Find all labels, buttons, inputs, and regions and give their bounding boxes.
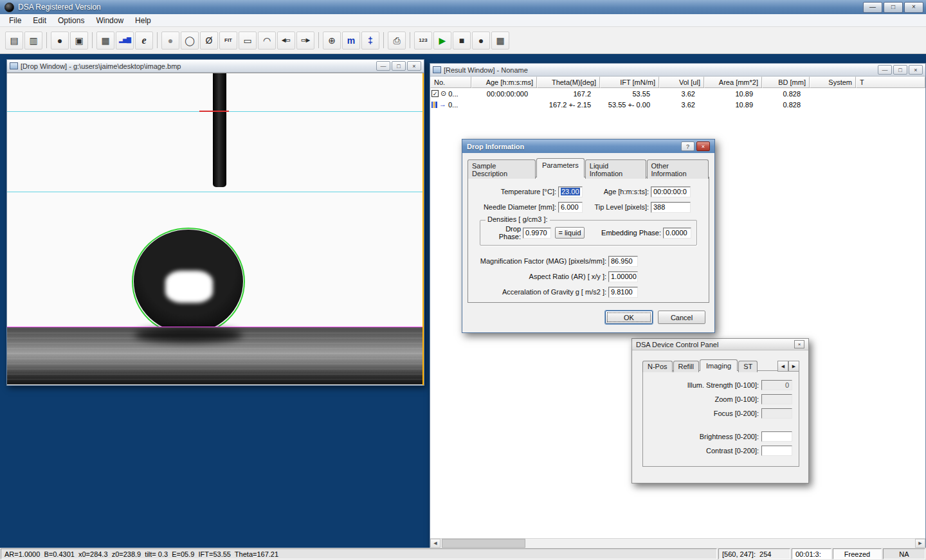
column-header-age[interactable]: Age [h:m:s:ms] [471, 77, 537, 88]
dialog-buttons: OK Cancel [462, 311, 705, 324]
column-header-area[interactable]: Area [mm*2] [704, 77, 762, 88]
film-next-icon: ▭▶ [301, 38, 310, 43]
magnification-factor-input[interactable]: 86.950 [608, 256, 638, 267]
age-input[interactable]: 00:00:00:0 [651, 186, 691, 197]
result-window-maximize-button[interactable]: □ [893, 65, 907, 75]
column-header-vol[interactable]: Vol [ul] [659, 77, 704, 88]
result-table-button[interactable]: ▦ [96, 32, 114, 50]
scrollbar-thumb[interactable] [442, 539, 525, 548]
menu-file[interactable]: File [3, 15, 27, 26]
scroll-right-button[interactable]: ▶ [915, 539, 925, 548]
syringe-button[interactable]: ‡ [361, 32, 379, 50]
tab-parameters[interactable]: Parameters [536, 158, 585, 177]
result-window-controls: — □ × [876, 65, 923, 75]
chart-button[interactable]: ▂▅▇ [116, 32, 134, 50]
grid-button[interactable]: ▦ [491, 32, 509, 50]
theta-cell: 167.2 +- 2.15 [537, 99, 600, 110]
minimize-icon: — [882, 67, 888, 73]
zoom-input[interactable] [761, 394, 792, 404]
dialog-help-button[interactable]: ? [681, 141, 694, 151]
contrast-input[interactable] [761, 446, 792, 456]
column-header-system[interactable]: System [810, 77, 856, 88]
drop-axis-button[interactable]: Ø [200, 32, 218, 50]
row-checkbox[interactable]: ✓ [431, 90, 439, 97]
minimize-button[interactable]: — [863, 2, 882, 13]
film-counter-button[interactable]: 123 [414, 32, 432, 50]
drop-shape-button[interactable]: ● [161, 32, 179, 50]
focus-input[interactable] [761, 408, 792, 419]
needle-diameter-input[interactable]: 6.000 [558, 202, 583, 213]
open-image-button[interactable]: ▤ [5, 32, 23, 50]
result-window-titlebar[interactable]: [Result Window] - Noname — □ × [430, 64, 925, 77]
embedding-phase-input[interactable]: 0.0000 [663, 228, 691, 239]
illum-strength-input[interactable]: 0 [761, 380, 792, 390]
drop-window-minimize-button[interactable]: — [376, 61, 390, 71]
column-header-ift[interactable]: IFT [mN/m] [600, 77, 659, 88]
tab-sample-description[interactable]: Sample Description [468, 159, 536, 179]
film-prev-button[interactable]: ◀▭ [277, 32, 295, 50]
contour-arc-button[interactable]: ◠ [258, 32, 276, 50]
tab-imaging[interactable]: Imaging [700, 359, 738, 371]
system-cell [810, 88, 856, 99]
copy-image-button[interactable]: ▥ [24, 32, 42, 50]
magnification-button[interactable]: m [342, 32, 360, 50]
scroll-left-button[interactable]: ◀ [430, 539, 440, 548]
close-button[interactable]: × [904, 2, 923, 13]
fit-button[interactable]: FIT [219, 32, 237, 50]
menu-options[interactable]: Options [52, 15, 90, 26]
menu-edit[interactable]: Edit [27, 15, 52, 26]
temperature-input[interactable]: 23.00 [558, 186, 583, 197]
fit-frame-button[interactable]: ▭ [239, 32, 257, 50]
stop-button[interactable]: ■ [453, 32, 471, 50]
ellipse-fit-button[interactable]: ◯ [181, 32, 199, 50]
column-header-bd[interactable]: BD [mm] [762, 77, 810, 88]
tab-scroll-right-button[interactable]: ▶ [788, 361, 799, 372]
tab-refill[interactable]: Refill [673, 361, 699, 372]
record-button[interactable]: ● [472, 32, 490, 50]
frame-grabber-button[interactable]: ▣ [70, 32, 88, 50]
drop-window-titlebar[interactable]: [Drop Window] - g:\users\jaime\desktop\i… [7, 60, 424, 73]
drop-window-title: [Drop Window] - g:\users\jaime\desktop\i… [21, 62, 181, 70]
device-panel-close-button[interactable]: × [794, 340, 804, 348]
menu-window[interactable]: Window [90, 15, 129, 26]
tab-other-information[interactable]: Other Information [647, 159, 709, 179]
drop-window-close-button[interactable]: × [407, 61, 421, 71]
cancel-button[interactable]: Cancel [658, 311, 705, 324]
dialog-close-button[interactable]: × [696, 141, 710, 151]
tab-liquid-information[interactable]: Liquid Infomation [585, 159, 646, 179]
tab-st[interactable]: ST [738, 361, 758, 372]
globe-button[interactable]: ⊕ [323, 32, 341, 50]
horizontal-scrollbar[interactable]: ◀ ▶ [430, 538, 925, 548]
menu-help[interactable]: Help [129, 15, 157, 26]
result-row[interactable]: ✓ ⊙ 0... 00:00:00:000 167.2 53.55 3.62 1… [430, 88, 925, 99]
equals-liquid-button[interactable]: = liquid [555, 227, 585, 239]
print-button[interactable]: ⎙ [388, 32, 406, 50]
drop-info-tabs: Sample Description Parameters Liquid Inf… [468, 158, 709, 177]
dsa-drop-button[interactable]: ● [51, 32, 69, 50]
result-window-close-button[interactable]: × [909, 65, 923, 75]
ok-button[interactable]: OK [605, 311, 653, 324]
device-panel-titlebar[interactable]: DSA Device Control Panel × [632, 339, 808, 350]
tab-scroll-left-button[interactable]: ◀ [777, 361, 788, 372]
result-row[interactable]: → 0... 167.2 +- 2.15 53.55 +- 0.00 3.62 … [430, 99, 925, 110]
play-button[interactable]: ▶ [433, 32, 451, 50]
drop-window-maximize-button[interactable]: □ [392, 61, 406, 71]
drop-phase-input[interactable]: 0.9970 [523, 228, 551, 239]
gravity-input[interactable]: 9.8100 [608, 287, 638, 298]
copy-image-icon: ▥ [29, 36, 37, 45]
age-cell [471, 99, 537, 110]
maximize-button[interactable]: □ [884, 2, 903, 13]
form-row: Magnification Factor (MAG) [pixels/mm]: … [468, 253, 709, 269]
column-header-t[interactable]: T [856, 77, 925, 88]
drop-image-canvas[interactable] [7, 73, 424, 385]
drop-information-titlebar[interactable]: Drop Information ? × [462, 140, 714, 153]
film-next-button[interactable]: ▭▶ [296, 32, 314, 50]
script-e-button[interactable]: e [135, 32, 153, 50]
result-window-minimize-button[interactable]: — [878, 65, 892, 75]
column-header-no[interactable]: No. [430, 77, 471, 88]
column-header-theta[interactable]: Theta(M)[deg] [537, 77, 600, 88]
tip-level-input[interactable]: 388 [651, 202, 691, 213]
aspect-ratio-input[interactable]: 1.00000 [608, 271, 638, 282]
brightness-input[interactable] [761, 431, 792, 442]
tab-n-pos[interactable]: N-Pos [642, 361, 673, 372]
